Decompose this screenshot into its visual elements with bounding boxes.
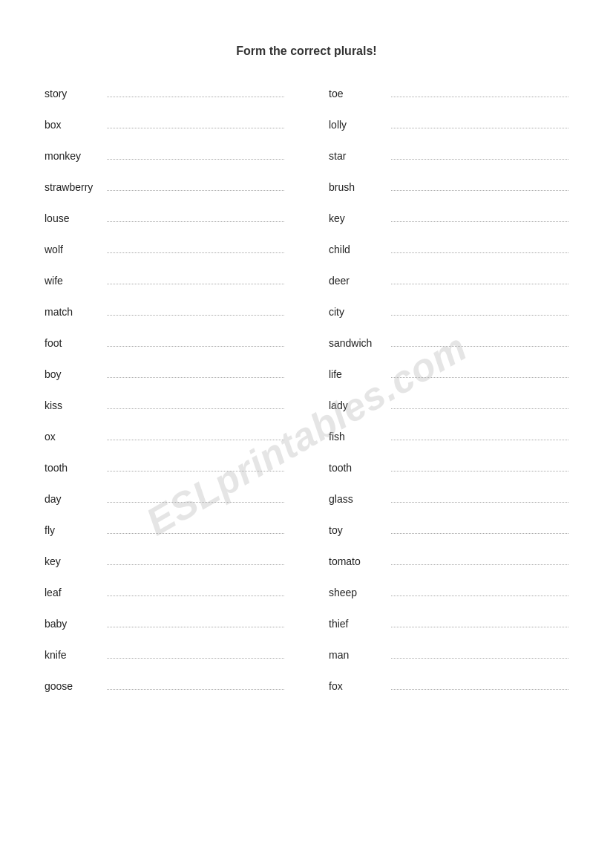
answer-line [391,159,568,160]
answer-line [391,408,568,409]
word-row: fox [329,680,568,698]
word-row: star [329,150,568,168]
word-label: kiss [45,399,104,411]
answer-line [107,346,284,347]
answer-line [391,595,568,596]
word-label: lady [329,399,388,411]
word-label: strawberry [45,181,104,193]
answer-line [107,689,284,690]
word-label: story [45,88,104,99]
word-label: fly [45,524,104,536]
word-label: match [45,306,104,318]
answer-line [391,252,568,253]
answer-line [107,564,284,565]
answer-line [391,440,568,440]
answer-line [391,627,568,627]
page-title: Form the correct plurals! [45,45,568,58]
word-label: city [329,306,388,318]
word-label: tomato [329,555,388,567]
word-label: foot [45,337,104,349]
word-label: monkey [45,150,104,162]
word-row: fly [45,524,284,542]
word-label: thief [329,618,388,630]
answer-line [391,128,568,128]
answer-line [107,533,284,534]
word-row: fish [329,431,568,448]
word-row: key [45,555,284,573]
word-row: monkey [45,150,284,168]
word-row: toe [329,88,568,105]
word-label: leaf [45,587,104,598]
answer-line [107,471,284,471]
word-row: boy [45,368,284,386]
answer-line [107,658,284,659]
right-column: toelollystarbrushkeychilddeercitysandwic… [329,88,568,711]
word-row: thief [329,618,568,636]
word-row: foot [45,337,284,355]
page: Form the correct plurals! storyboxmonkey… [0,0,613,868]
word-row: wife [45,275,284,293]
word-label: knife [45,649,104,661]
word-row: deer [329,275,568,293]
word-label: key [45,555,104,567]
word-row: tomato [329,555,568,573]
word-row: kiss [45,399,284,417]
answer-line [107,190,284,191]
word-label: brush [329,181,388,193]
answer-line [391,377,568,378]
word-row: brush [329,181,568,199]
word-label: child [329,244,388,255]
answer-line [391,471,568,471]
answer-line [391,284,568,284]
answer-line [391,346,568,347]
word-row: wolf [45,244,284,261]
answer-line [107,377,284,378]
answer-line [107,252,284,253]
word-row: key [329,212,568,230]
answer-line [107,440,284,440]
word-row: goose [45,680,284,698]
word-label: tooth [45,462,104,474]
answer-line [107,128,284,128]
word-label: star [329,150,388,162]
word-label: glass [329,493,388,505]
word-label: box [45,119,104,131]
word-row: ox [45,431,284,448]
word-row: lolly [329,119,568,137]
word-row: city [329,306,568,324]
word-label: boy [45,368,104,380]
word-label: louse [45,212,104,224]
answer-line [391,190,568,191]
word-row: day [45,493,284,511]
word-row: lady [329,399,568,417]
word-label: man [329,649,388,661]
answer-line [107,627,284,627]
word-row: story [45,88,284,105]
word-row: sandwich [329,337,568,355]
word-row: glass [329,493,568,511]
answer-line [107,315,284,316]
word-label: sandwich [329,337,388,349]
word-label: fox [329,680,388,692]
left-column: storyboxmonkeystrawberrylousewolfwifemat… [45,88,284,711]
answer-line [107,408,284,409]
answer-line [391,564,568,565]
word-row: sheep [329,587,568,604]
word-label: key [329,212,388,224]
word-label: fish [329,431,388,443]
word-row: leaf [45,587,284,604]
word-row: tooth [45,462,284,480]
word-row: box [45,119,284,137]
word-label: life [329,368,388,380]
answer-line [107,284,284,284]
word-label: ox [45,431,104,443]
answer-line [107,221,284,222]
word-row: toy [329,524,568,542]
word-label: lolly [329,119,388,131]
columns: storyboxmonkeystrawberrylousewolfwifemat… [45,88,568,711]
answer-line [107,159,284,160]
word-label: toy [329,524,388,536]
answer-line [391,502,568,503]
word-row: louse [45,212,284,230]
word-row: strawberry [45,181,284,199]
